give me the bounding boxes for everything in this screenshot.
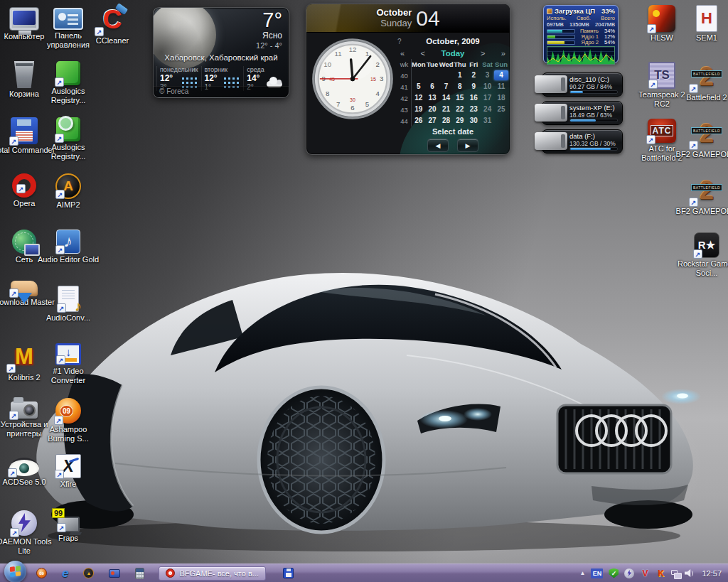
desktop-icon-teamspeak[interactable]: Teamspeak 2 RC2 xyxy=(639,61,685,118)
calendar-day[interactable]: 29 xyxy=(453,116,466,126)
calendar-day[interactable]: 28 xyxy=(439,116,453,126)
calendar-help-button[interactable]: ? xyxy=(397,38,407,45)
icon-label: Auslogics Registry... xyxy=(37,143,100,161)
calendar-day[interactable]: 4 xyxy=(494,70,508,80)
desktop-icon-rockstar[interactable]: Rockstar Games Soci... xyxy=(684,232,728,289)
shortcut-arrow-icon xyxy=(55,470,64,479)
desktop-icon-aimp[interactable]: AIMP2 xyxy=(46,173,91,229)
desktop-icon-ccleaner[interactable]: CCleaner xyxy=(90,4,135,60)
tray-volume-icon[interactable] xyxy=(683,568,693,578)
quicklaunch-mail-icon[interactable] xyxy=(109,569,120,578)
calendar-day[interactable]: 9 xyxy=(467,82,481,92)
calendar-first-button[interactable]: « xyxy=(400,49,405,58)
calendar-day[interactable]: 11 xyxy=(494,82,508,92)
opera-icon xyxy=(166,568,175,578)
desktop-icon-auslogics[interactable]: Auslogics Registry... xyxy=(46,60,91,117)
shortcut-arrow-icon xyxy=(55,245,65,254)
tray-daemon-tools-icon[interactable] xyxy=(624,568,634,578)
desktop-icon-auslogics-search[interactable]: Auslogics Registry... xyxy=(46,117,91,173)
calendar-day[interactable]: 7 xyxy=(439,82,453,92)
svg-text:7: 7 xyxy=(336,100,340,108)
calendar-last-button[interactable]: » xyxy=(501,49,505,58)
calendar-day[interactable]: 31 xyxy=(481,116,494,126)
calendar-next-button[interactable]: > xyxy=(481,49,485,58)
calendar-day[interactable]: 14 xyxy=(439,93,453,103)
disk-gadget[interactable]: data (F:) 130.32 GB / 30% xyxy=(542,129,623,153)
calendar-day[interactable]: 12 xyxy=(412,93,425,103)
desktop-icon-ashampoo[interactable]: Ashampoo Burning S... xyxy=(46,397,91,453)
calendar-day[interactable]: 24 xyxy=(481,104,494,114)
disk-gadget[interactable]: disc_110 (C:) 90.27 GB / 84% xyxy=(542,72,623,97)
calendar-day[interactable]: 19 xyxy=(412,104,425,114)
calendar-today-button[interactable]: Today xyxy=(441,49,464,58)
desktop-icon-xfire[interactable]: Xfire xyxy=(46,453,91,510)
calendar-day[interactable]: 25 xyxy=(494,104,508,114)
calendar-day[interactable]: 6 xyxy=(425,82,439,92)
tray-expand-icon[interactable]: ▲ xyxy=(580,570,586,576)
calendar-day[interactable]: 10 xyxy=(481,82,494,92)
calendar-day[interactable]: 1 xyxy=(453,70,466,80)
icon-label: CCleaner xyxy=(81,36,144,45)
calendar-day[interactable] xyxy=(439,70,453,80)
desktop-icons-left-col-2: Панель управления Auslogics Registry... … xyxy=(46,4,91,566)
foreca-credit: © Foreca xyxy=(154,86,289,97)
desktop-icon-battlefield[interactable]: Battlefield 2 xyxy=(684,61,728,118)
calendar-forward-button[interactable] xyxy=(457,139,478,152)
dow-fri: Fri xyxy=(467,60,481,68)
tray-network-icon[interactable] xyxy=(671,570,678,575)
desktop-icon-control-panel[interactable]: Панель управления xyxy=(46,4,91,60)
tray-k-app-icon[interactable] xyxy=(655,568,665,578)
calendar-back-button[interactable] xyxy=(427,139,449,152)
quicklaunch-ashampoo-icon[interactable] xyxy=(36,568,47,578)
disk-gadget[interactable]: system-XP (E:) 18.49 GB / 63% xyxy=(542,101,623,125)
calendar-day[interactable] xyxy=(494,116,508,126)
desktop-icon-fraps[interactable]: Fraps xyxy=(46,510,91,566)
hard-drive-icon xyxy=(535,104,567,122)
calendar-day[interactable]: 27 xyxy=(425,116,439,126)
calendar-dow-header: wk Mon Tue Wed Thu Fri Sat Sun xyxy=(397,59,508,70)
desktop-icon-sem1[interactable]: SEM1 xyxy=(684,4,728,61)
desktop-icon-battlefield[interactable]: BF2 GAMEPOL... xyxy=(684,175,728,232)
disk-name: disc_110 (C:) xyxy=(569,73,622,83)
disk-usage-bar xyxy=(570,91,583,93)
calendar-day[interactable]: 13 xyxy=(425,93,439,103)
start-button[interactable] xyxy=(4,561,26,582)
desktop-icon-hlsw[interactable]: HLSW xyxy=(639,4,685,61)
calendar-day[interactable]: 18 xyxy=(494,93,508,103)
calendar-day[interactable]: 30 xyxy=(467,116,481,126)
desktop-icon-atc[interactable]: ATC for Battlefield 2 xyxy=(639,118,685,175)
calendar-nav: « < Today > » xyxy=(397,47,508,59)
clock[interactable]: 12:57 xyxy=(702,569,722,578)
calendar-day[interactable]: 17 xyxy=(481,93,494,103)
calendar-day[interactable]: 23 xyxy=(467,104,481,114)
calendar-day[interactable]: 3 xyxy=(481,70,494,80)
quicklaunch-aimp-icon[interactable] xyxy=(83,568,94,578)
desktop-icon-battlefield[interactable]: BF2 GAMEPOL... xyxy=(684,118,728,175)
taskbar-floppy-icon[interactable] xyxy=(283,568,294,578)
calendar-day[interactable]: 2 xyxy=(467,70,481,80)
calendar-prev-button[interactable]: < xyxy=(421,49,425,58)
tray-v-app-icon[interactable] xyxy=(640,568,650,578)
calendar-day[interactable] xyxy=(412,70,425,80)
svg-text:6: 6 xyxy=(350,104,354,112)
calendar-day[interactable]: 5 xyxy=(412,82,425,92)
desktop-icon-video-converter[interactable]: #1 Video Converter xyxy=(46,341,91,397)
calendar-day[interactable]: 16 xyxy=(467,93,481,103)
desktop-icon-audioconv[interactable]: AudioConv... xyxy=(46,285,91,341)
task-button-bfgame[interactable]: BFGAME- все, что в... xyxy=(159,566,265,581)
desktop-icon-audio-editor[interactable]: Audio Editor Gold xyxy=(46,229,91,285)
calendar-day[interactable]: 15 xyxy=(453,93,466,103)
calendar-day[interactable]: 8 xyxy=(453,82,466,92)
language-indicator[interactable]: EN xyxy=(591,568,603,578)
calendar-day[interactable]: 22 xyxy=(453,104,466,114)
calendar-day[interactable]: 26 xyxy=(412,116,425,126)
quicklaunch-calculator-icon[interactable] xyxy=(135,568,144,579)
calendar-day[interactable]: 21 xyxy=(439,104,453,114)
tray-antivirus-shield-icon[interactable] xyxy=(609,568,619,578)
quicklaunch-internet-explorer-icon[interactable] xyxy=(62,566,68,581)
disk-name: data (F:) xyxy=(569,130,622,140)
forecast-high: 12° xyxy=(160,74,173,83)
calendar-day[interactable]: 20 xyxy=(425,104,439,114)
cpu-col-used: Исполь. xyxy=(547,15,567,21)
calendar-day[interactable] xyxy=(425,70,439,80)
